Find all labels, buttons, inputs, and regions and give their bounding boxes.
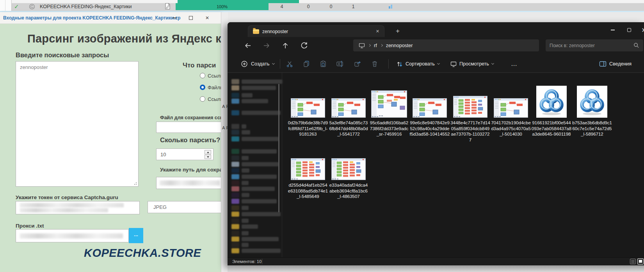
- view-label: Просмотреть: [459, 61, 489, 67]
- spinner-buttons[interactable]: [205, 150, 211, 159]
- close-button[interactable]: ✕: [201, 14, 213, 22]
- sidebar-item-redacted[interactable]: [231, 174, 277, 179]
- sidebar-item-redacted[interactable]: [231, 155, 249, 161]
- queries-textarea[interactable]: zennoposter: [16, 61, 139, 187]
- resize-grip-icon[interactable]: [133, 181, 137, 185]
- previous-row-progress: [178, 0, 299, 3]
- file-tile[interactable]: 91661921bf00e544093e7ab0584437a8a3de8645…: [531, 86, 572, 145]
- explorer-tab[interactable]: zennoposter ✕: [248, 25, 384, 37]
- file-tile[interactable]: 7041702b190d4cbed3ad4a975c4070a5_l-50140…: [491, 98, 531, 145]
- minimize-button[interactable]: [169, 14, 180, 22]
- copy-icon[interactable]: [303, 60, 310, 67]
- delete-icon[interactable]: [371, 60, 378, 67]
- radio-option[interactable]: Ссылки: [200, 72, 221, 79]
- sidebar-item-redacted[interactable]: [231, 205, 249, 210]
- paste-icon[interactable]: [320, 60, 327, 67]
- sidebar-item-redacted[interactable]: [231, 149, 277, 154]
- new-tab-button[interactable]: +: [393, 27, 402, 36]
- view-button[interactable]: Просмотреть: [450, 58, 494, 70]
- radio-icon[interactable]: [200, 73, 205, 78]
- sidebar-item-redacted[interactable]: [231, 242, 249, 247]
- maximize-button[interactable]: [623, 26, 635, 34]
- stats-chart-icon[interactable]: [388, 4, 393, 9]
- back-button[interactable]: [243, 41, 253, 50]
- sidebar-item-icon: [231, 110, 239, 115]
- sidebar-item-redacted[interactable]: [231, 186, 275, 191]
- file-tile[interactable]: 5a3ef8e74a085c736fb847dd48b08a0d_l-55417…: [328, 98, 369, 145]
- tab-close-icon[interactable]: ✕: [376, 29, 379, 34]
- rename-icon[interactable]: [336, 60, 344, 67]
- radio-selected-icon[interactable]: [200, 85, 205, 90]
- radio-option[interactable]: Ссылки + фа: [200, 96, 221, 102]
- sidebar-item-redacted[interactable]: [231, 99, 268, 104]
- search-icon[interactable]: [633, 42, 639, 48]
- sidebar-item-redacted[interactable]: [231, 224, 258, 229]
- task-row[interactable]: ✓ KOPEECHKA FEEDING-Яндекс_Картики 100% …: [0, 0, 644, 12]
- search-input[interactable]: Поиск в: zennoposter: [546, 39, 643, 51]
- file-tile[interactable]: 0d2b79b6de38b7d9fc8f6fd711e62f9b_l-91812…: [288, 98, 328, 145]
- minimize-button[interactable]: [607, 26, 619, 34]
- breadcrumb-item[interactable]: zennoposter: [386, 43, 413, 48]
- sidebar-item-icon: [231, 85, 239, 90]
- sidebar-item-icon: [231, 136, 239, 141]
- sidebar-scrollbar[interactable]: [278, 84, 279, 212]
- thumbnail-view-toggle-icon[interactable]: [637, 258, 644, 265]
- captcha-token-input[interactable]: [16, 201, 140, 214]
- spin-up-icon[interactable]: [205, 150, 211, 154]
- dialog-titlebar[interactable]: Входные параметры для проекта KOPEECHKA …: [0, 12, 221, 24]
- sidebar-item-label-redacted: [242, 99, 268, 103]
- file-tile[interactable]: 3448e4c7717e7d1405a859f034dcb849ae73707b…: [450, 96, 491, 145]
- close-button[interactable]: ✕: [638, 26, 644, 34]
- share-icon[interactable]: [354, 60, 361, 67]
- sidebar-item-redacted[interactable]: [231, 248, 281, 253]
- sidebar-item-redacted[interactable]: [231, 199, 277, 204]
- file-name: 5a3ef8e74a085c736fb847dd48b08a0d_l-55417…: [328, 120, 369, 137]
- how-many-spinner[interactable]: 10: [156, 148, 213, 160]
- up-button[interactable]: [281, 41, 290, 50]
- save-links-input[interactable]: [156, 122, 221, 133]
- file-tile[interactable]: e33a40adaf24dca4abeb3694cf8a1bc6_l-48635…: [328, 158, 369, 207]
- sidebar-item-icon: [231, 224, 239, 229]
- file-thumbnail: [371, 90, 407, 118]
- sidebar-item-redacted[interactable]: [231, 218, 249, 223]
- radio-option[interactable]: Файлы: [200, 84, 221, 90]
- radio-icon[interactable]: [200, 96, 205, 102]
- sidebar-item-redacted[interactable]: [231, 193, 249, 198]
- sidebar-item-redacted[interactable]: [231, 237, 279, 242]
- refresh-button[interactable]: [299, 41, 309, 50]
- sidebar-item-redacted[interactable]: [231, 93, 253, 98]
- sidebar-item-redacted[interactable]: [231, 130, 250, 135]
- new-button[interactable]: Создать: [241, 58, 274, 70]
- sidebar-item-redacted[interactable]: [231, 212, 281, 217]
- maximize-button[interactable]: [185, 14, 197, 22]
- details-view-toggle-icon[interactable]: [630, 259, 636, 264]
- cut-icon[interactable]: [286, 60, 293, 67]
- sort-button[interactable]: Сортировать: [396, 58, 439, 70]
- sidebar-item-redacted[interactable]: [231, 136, 279, 141]
- breadcrumb[interactable]: rfzennoposter: [353, 39, 539, 51]
- format-select[interactable]: JPEG: [148, 201, 221, 213]
- details-pane-button[interactable]: Сведения: [599, 58, 632, 70]
- sidebar-item-redacted[interactable]: [231, 85, 276, 90]
- sidebar-item-redacted[interactable]: [231, 162, 279, 167]
- sidebar-item-redacted[interactable]: [231, 110, 281, 115]
- breadcrumb-item[interactable]: rf: [374, 43, 377, 48]
- sidebar-item-redacted[interactable]: [231, 180, 249, 185]
- file-tile[interactable]: d255d4d4af1eb254e631088ad5db74e1_l-54856…: [288, 158, 328, 207]
- more-button[interactable]: …: [511, 58, 518, 70]
- forward-button[interactable]: [262, 41, 271, 50]
- proxy-input[interactable]: [16, 229, 129, 242]
- file-tile[interactable]: b753ae3b6db8d9c160c7e1c5e74a72d5_l-58967…: [572, 86, 612, 145]
- sidebar-item-label-redacted: [242, 86, 276, 90]
- sidebar-item-redacted[interactable]: [231, 231, 249, 236]
- sidebar-item-redacted[interactable]: [231, 124, 246, 129]
- file-tile[interactable]: 99e6c8e9407842e952c98a40c4a29ddef5d3ad58…: [409, 98, 450, 145]
- file-thumbnail: [453, 96, 487, 118]
- browse-button[interactable]: ...: [129, 228, 143, 243]
- sidebar-item-redacted[interactable]: [231, 168, 249, 173]
- document-edit-icon[interactable]: [164, 3, 171, 10]
- spin-down-icon[interactable]: [205, 155, 211, 159]
- sidebar-item-redacted[interactable]: [231, 79, 283, 84]
- file-tile[interactable]: 95c6addfd106ba627386f2dd373e9adc_sr-7459…: [369, 90, 409, 145]
- save-path-input[interactable]: [156, 177, 221, 189]
